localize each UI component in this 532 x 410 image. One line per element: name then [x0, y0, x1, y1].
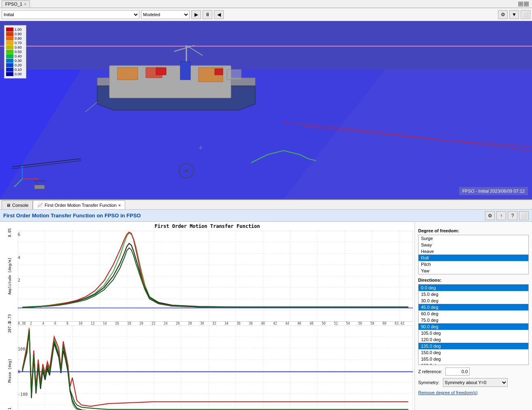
- panel-header-icons: ⚙ ↑ ? ⬜: [485, 211, 529, 220]
- transfer-tab-label: First Order Motion Transfer Function: [45, 203, 116, 208]
- top-toolbar: Initial Modeled ▶ ⏸ ◀ ⚙ ▼ ⬜: [0, 8, 532, 21]
- svg-marker-11: [34, 185, 45, 189]
- settings-btn[interactable]: ⚙: [498, 10, 508, 19]
- dir-item-105[interactable]: 105.0 deg: [419, 330, 528, 336]
- amplitude-x-ticks: 0.38 2 4 6 8 10 12 14 16 18 20 22 24 26 …: [18, 322, 413, 325]
- tab-transfer-function[interactable]: 📈 First Order Motion Transfer Function ×: [33, 200, 125, 209]
- panel-title: First Order Motion Transfer Function on …: [3, 212, 141, 219]
- dof-item-roll[interactable]: Roll: [419, 255, 528, 261]
- minimize-btn[interactable]: ─: [518, 2, 523, 6]
- dir-item-150[interactable]: 150.0 deg: [419, 349, 528, 356]
- symmetry-select[interactable]: Symmetry about Y=0: [443, 378, 508, 387]
- amplitude-max-label: 8.05: [8, 228, 12, 237]
- z-reference-field: Z reference:: [418, 368, 529, 376]
- svg-text:6: 6: [18, 232, 20, 237]
- amplitude-y-axis: 8.05 Amplitude [deg/m] -0.73: [2, 231, 18, 322]
- svg-point-17: [185, 169, 188, 172]
- panel-icon2[interactable]: ↑: [496, 211, 506, 220]
- symmetry-field: Symmetry: Symmetry about Y=0: [418, 378, 529, 387]
- charts-area: First Order Motion Transfer Function 8.0…: [0, 222, 414, 410]
- panel-expand[interactable]: ⬜: [519, 211, 529, 220]
- tab-transfer-close-icon[interactable]: ×: [118, 203, 121, 208]
- chart-icon: 📈: [37, 202, 43, 208]
- ship-model: [85, 45, 288, 118]
- maximize-btn[interactable]: □: [524, 2, 529, 6]
- svg-text:-100: -100: [18, 392, 28, 396]
- dof-item-sway[interactable]: Sway: [419, 242, 528, 248]
- z-reference-input[interactable]: [445, 368, 470, 376]
- fpso-tab[interactable]: FPSO_1 ×: [2, 0, 30, 7]
- viewport-3d: 1.00 0.90 0.80 0.70 0.60 0.50 0.40 0.30 …: [0, 21, 532, 199]
- svg-rect-30: [180, 62, 190, 80]
- svg-line-31: [85, 102, 97, 112]
- dof-item-yaw[interactable]: Yaw: [419, 268, 528, 274]
- dir-item-180[interactable]: 180.0 deg: [419, 362, 528, 365]
- bottom-panel: 🖥 Console 📈 First Order Motion Transfer …: [0, 199, 532, 410]
- dir-item-15[interactable]: 15.0 deg: [419, 291, 528, 297]
- viewport-info: FPSO - Initial 2023/06/09 07:12: [459, 187, 528, 195]
- dir-item-120[interactable]: 120.0 deg: [419, 336, 528, 343]
- pause-button[interactable]: ⏸: [203, 10, 212, 19]
- dir-item-0[interactable]: 0.0 deg: [419, 285, 528, 291]
- console-icon: 🖥: [6, 203, 11, 208]
- panel-content: First Order Motion Transfer Function 8.0…: [0, 222, 532, 410]
- dof-item-heave[interactable]: Heave: [419, 248, 528, 255]
- dir-item-135[interactable]: 135.0 deg: [419, 343, 528, 349]
- console-tab-label: Console: [12, 203, 28, 208]
- color-legend: 1.00 0.90 0.80 0.70 0.60 0.50 0.40 0.30 …: [4, 25, 26, 79]
- dir-item-30[interactable]: 30.0 deg: [419, 297, 528, 304]
- panel-tabs: 🖥 Console 📈 First Order Motion Transfer …: [0, 200, 532, 210]
- amplitude-axis-label: Amplitude [deg/m]: [0, 257, 51, 295]
- title-bar: FPSO_1 × ─ □: [0, 0, 532, 8]
- tab-label: FPSO_1: [5, 2, 22, 6]
- amplitude-chart-container: 8.05 Amplitude [deg/m] -0.73: [2, 231, 413, 322]
- svg-rect-29: [227, 70, 241, 80]
- panel-header: First Order Motion Transfer Function on …: [0, 210, 532, 222]
- directions-section-title: Directions:: [418, 278, 529, 283]
- model-select[interactable]: Modeled: [141, 10, 190, 19]
- remove-dof-link[interactable]: Remove degree of freedom(s): [418, 390, 529, 395]
- dof-item-pitch[interactable]: Pitch: [419, 261, 528, 268]
- svg-text:100: 100: [18, 346, 25, 351]
- sidebar: Degree of freedom: Surge Sway Heave Roll…: [414, 222, 532, 410]
- panel-help[interactable]: ?: [508, 211, 517, 220]
- svg-line-25: [186, 45, 203, 55]
- amplitude-svg: 6 4 2: [18, 231, 413, 322]
- svg-rect-32: [156, 68, 166, 75]
- play-button[interactable]: ▶: [191, 10, 201, 19]
- phase-y-axis: 207.1 Phase [deg] -214.1: [2, 325, 18, 410]
- dir-item-90[interactable]: 90.0 deg: [419, 323, 528, 330]
- dof-item-surge[interactable]: Surge: [419, 235, 528, 242]
- dir-item-45[interactable]: 45.0 deg: [419, 304, 528, 310]
- tab-console[interactable]: 🖥 Console: [2, 200, 33, 209]
- filter-btn[interactable]: ▼: [509, 10, 519, 19]
- tab-close-icon[interactable]: ×: [24, 2, 26, 6]
- symmetry-label: Symmetry:: [418, 380, 440, 385]
- dir-item-60[interactable]: 60.0 deg: [419, 310, 528, 317]
- window-btn[interactable]: ⬜: [521, 10, 530, 19]
- svg-rect-26: [118, 68, 138, 80]
- dir-item-165[interactable]: 165.0 deg: [419, 356, 528, 362]
- state-select[interactable]: Initial: [2, 10, 139, 19]
- phase-chart-container: 207.1 Phase [deg] -214.1: [2, 325, 413, 410]
- phase-svg: 100 0 -100: [18, 325, 413, 410]
- panel-icon1[interactable]: ⚙: [485, 211, 495, 220]
- chart-title: First Order Motion Transfer Function: [2, 223, 413, 229]
- phase-min-label: -214.1: [8, 408, 12, 410]
- prev-button[interactable]: ◀: [214, 10, 224, 19]
- svg-rect-33: [215, 69, 223, 75]
- directions-list: 0.0 deg 15.0 deg 30.0 deg 45.0 deg 60.0 …: [418, 284, 529, 365]
- dof-list: Surge Sway Heave Roll Pitch Yaw: [418, 235, 529, 274]
- dir-item-75[interactable]: 75.0 deg: [419, 317, 528, 323]
- svg-rect-60: [18, 325, 413, 410]
- phase-max-label: 207.1: [8, 322, 12, 333]
- z-reference-label: Z reference:: [418, 369, 442, 374]
- phase-axis-label: Phase [deg]: [0, 359, 51, 383]
- dof-section-title: Degree of freedom:: [418, 228, 529, 233]
